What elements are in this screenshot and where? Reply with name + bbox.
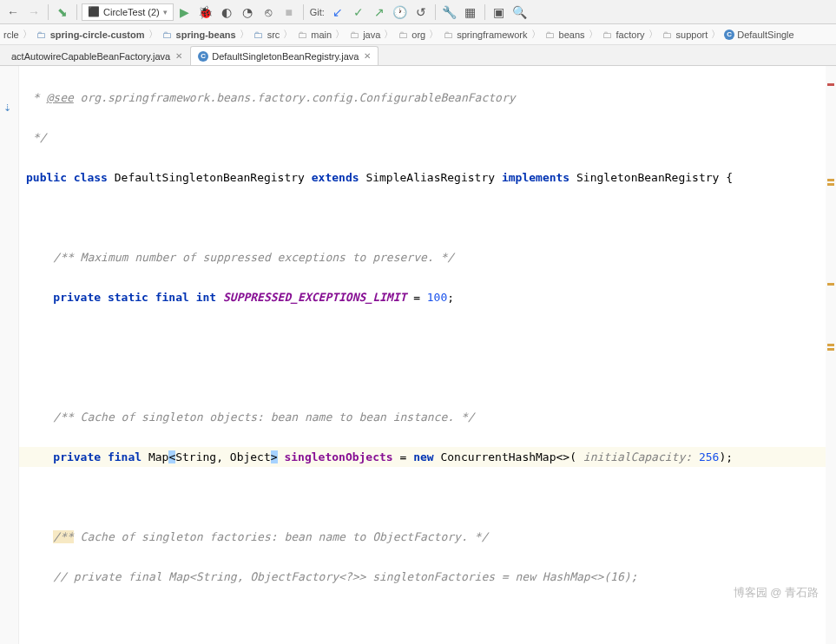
git-commit-icon[interactable]: ✓ xyxy=(349,3,368,22)
close-icon[interactable]: ✕ xyxy=(364,51,371,61)
git-update-icon[interactable]: ↙ xyxy=(328,3,347,22)
git-rollback-icon[interactable]: ↺ xyxy=(411,3,431,22)
code-area[interactable]: * @see org.springframework.beans.factory… xyxy=(19,66,836,644)
bc-item[interactable]: 🗀beans xyxy=(544,30,585,40)
coverage-icon[interactable]: ◐ xyxy=(217,3,236,22)
tab-label: DefaultSingletonBeanRegistry.java xyxy=(212,51,359,62)
main-toolbar: ← → ⬊ ⬛ CircleTest (2) ▾ ▶ 🐞 ◐ ◔ ⎋ ■ Git… xyxy=(0,0,836,24)
tab-label: actAutowireCapableBeanFactory.java xyxy=(11,51,170,62)
git-push-icon[interactable]: ↗ xyxy=(370,3,389,22)
folder-icon: 🗀 xyxy=(161,30,174,40)
folder-icon: 🗀 xyxy=(442,30,454,40)
debug-icon[interactable]: 🐞 xyxy=(196,3,215,22)
attach-icon[interactable]: ⎋ xyxy=(259,3,278,22)
search-icon[interactable]: 🔍 xyxy=(510,3,530,22)
stop-icon[interactable]: ■ xyxy=(280,3,299,22)
editor[interactable]: ⇣ * @see org.springframework.beans.facto… xyxy=(0,66,836,644)
breadcrumb: rcle〉 🗀spring-circle-custom〉 🗀spring-bea… xyxy=(0,24,836,45)
editor-tab[interactable]: C DefaultSingletonBeanRegistry.java ✕ xyxy=(190,46,379,65)
bc-item[interactable]: 🗀main xyxy=(296,30,332,40)
folder-icon: 🗀 xyxy=(296,30,308,40)
close-icon[interactable]: ✕ xyxy=(175,51,182,61)
bc-item[interactable]: CDefaultSingle xyxy=(724,30,793,40)
bc-item[interactable]: 🗀spring-beans xyxy=(161,30,236,40)
chevron-down-icon: ▾ xyxy=(163,8,168,16)
folder-icon: 🗀 xyxy=(348,30,360,40)
bc-item[interactable]: 🗀factory xyxy=(602,30,645,40)
editor-tab[interactable]: actAutowireCapableBeanFactory.java ✕ xyxy=(3,46,190,65)
stripe-mark[interactable] xyxy=(827,83,834,86)
error-stripe[interactable] xyxy=(826,66,836,644)
wrench-icon[interactable]: 🔧 xyxy=(440,3,459,22)
stripe-mark[interactable] xyxy=(827,283,834,286)
stripe-mark[interactable] xyxy=(827,183,834,186)
bc-item[interactable]: 🗀support xyxy=(662,30,708,40)
stripe-mark[interactable] xyxy=(827,344,834,346)
folder-icon: 🗀 xyxy=(397,30,409,40)
forward-icon[interactable]: → xyxy=(24,3,43,22)
folder-icon: 🗀 xyxy=(544,30,556,40)
build-icon[interactable]: ⬊ xyxy=(53,3,72,22)
config-icon: ⬛ xyxy=(88,6,100,17)
class-icon: C xyxy=(724,30,734,40)
git-history-icon[interactable]: 🕐 xyxy=(391,3,410,22)
stripe-mark[interactable] xyxy=(827,179,834,181)
box-icon[interactable]: ▣ xyxy=(490,3,509,22)
bc-item[interactable]: 🗀src xyxy=(253,30,280,40)
class-icon: C xyxy=(198,51,208,62)
editor-tabs: actAutowireCapableBeanFactory.java ✕ C D… xyxy=(0,45,836,66)
impl-down-icon[interactable]: ⇣ xyxy=(3,102,11,114)
bc-item[interactable]: 🗀java xyxy=(348,30,380,40)
structure-icon[interactable]: ▦ xyxy=(461,3,480,22)
git-label: Git: xyxy=(310,7,325,17)
run-icon[interactable]: ▶ xyxy=(175,3,194,22)
gutter: ⇣ xyxy=(0,66,19,644)
bc-item[interactable]: 🗀spring-circle-custom xyxy=(36,30,145,40)
stripe-mark[interactable] xyxy=(827,348,834,351)
bc-item[interactable]: 🗀springframework xyxy=(442,30,527,40)
profile-icon[interactable]: ◔ xyxy=(238,3,257,22)
folder-icon: 🗀 xyxy=(36,30,48,40)
back-icon[interactable]: ← xyxy=(3,3,23,22)
bc-item[interactable]: rcle xyxy=(3,30,19,40)
run-config-selector[interactable]: ⬛ CircleTest (2) ▾ xyxy=(82,3,174,21)
run-config-label: CircleTest (2) xyxy=(103,7,160,17)
folder-icon: 🗀 xyxy=(253,30,265,40)
folder-icon: 🗀 xyxy=(602,30,614,40)
folder-icon: 🗀 xyxy=(662,30,674,40)
bc-item[interactable]: 🗀org xyxy=(397,30,425,40)
